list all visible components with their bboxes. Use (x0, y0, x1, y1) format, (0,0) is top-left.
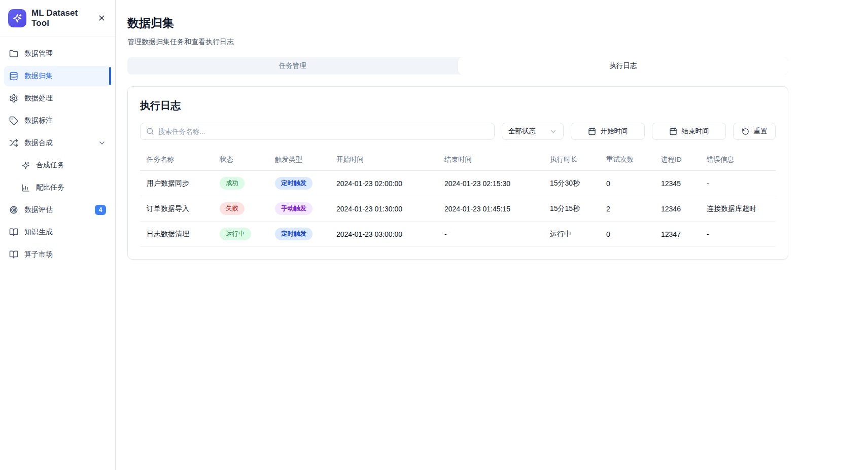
shuffle-icon (9, 138, 18, 148)
reset-label: 重置 (754, 127, 768, 136)
trigger-badge: 定时触发 (275, 177, 313, 189)
execution-logs-panel: 执行日志 全部状态 开始时间 (127, 86, 788, 260)
sidebar-item-label: 数据管理 (24, 49, 106, 58)
close-sidebar-button[interactable] (96, 13, 107, 23)
filter-row: 全部状态 开始时间 结束时间 重置 (140, 123, 776, 140)
sidebar-header: ML Dataset Tool (0, 0, 115, 37)
sidebar-item-operator-market[interactable]: 算子市场 (4, 244, 111, 265)
search-box (140, 123, 495, 140)
calendar-icon (588, 127, 596, 135)
app-logo (8, 9, 26, 27)
page-title: 数据归集 (127, 15, 788, 31)
chevron-down-icon (98, 139, 106, 147)
sidebar-item-label: 数据评估 (24, 205, 89, 214)
sidebar-item-ratio-tasks[interactable]: 配比任务 (4, 177, 111, 198)
book-icon (9, 228, 18, 237)
reset-button[interactable]: 重置 (733, 123, 776, 140)
cell-end-time: 2024-01-23 02:15:30 (438, 171, 543, 196)
sparkles-icon (12, 13, 22, 23)
trigger-badge: 手动触发 (275, 202, 313, 214)
cell-retries: 0 (600, 171, 654, 196)
cell-pid: 12347 (654, 222, 700, 247)
sidebar-nav: 数据管理 数据归集 数据处理 数据标注 数据合成 合成任务 (0, 37, 115, 272)
cell-start-time: 2024-01-23 02:00:00 (330, 171, 438, 196)
sidebar-item-label: 数据标注 (24, 116, 106, 125)
cell-start-time: 2024-01-23 01:30:00 (330, 196, 438, 222)
calendar-icon (669, 127, 677, 135)
start-time-label: 开始时间 (601, 127, 628, 136)
sidebar-item-data-processing[interactable]: 数据处理 (4, 88, 111, 109)
page-subtitle: 管理数据归集任务和查看执行日志 (127, 38, 788, 47)
cell-start-time: 2024-01-23 03:00:00 (330, 222, 438, 247)
table-row: 用户数据同步 成功 定时触发 2024-01-23 02:00:00 2024-… (140, 171, 776, 196)
col-duration: 执行时长 (543, 149, 600, 171)
tag-icon (9, 116, 18, 125)
cell-pid: 12346 (654, 196, 700, 222)
cell-task-name: 日志数据清理 (140, 222, 213, 247)
table-row: 日志数据清理 运行中 定时触发 2024-01-23 03:00:00 - 运行… (140, 222, 776, 247)
status-badge: 运行中 (220, 228, 251, 240)
tab-execution-logs[interactable]: 执行日志 (458, 57, 789, 75)
search-icon (146, 127, 154, 135)
cell-end-time: 2024-01-23 01:45:15 (438, 196, 543, 222)
app-window: ML Dataset Tool 数据管理 数据归集 数据处理 数据标注 (0, 0, 868, 470)
sidebar-item-knowledge-generation[interactable]: 知识生成 (4, 222, 111, 242)
cell-retries: 0 (600, 222, 654, 247)
start-time-button[interactable]: 开始时间 (571, 123, 645, 140)
folder-icon (9, 49, 18, 58)
database-icon (9, 71, 18, 81)
status-filter-select[interactable]: 全部状态 (502, 123, 564, 140)
cell-error: 连接数据库超时 (700, 196, 776, 222)
reset-icon (742, 128, 749, 135)
close-icon (97, 14, 106, 22)
sidebar-item-label: 合成任务 (36, 161, 106, 170)
sidebar-item-data-collection[interactable]: 数据归集 (4, 66, 111, 86)
cell-duration: 15分15秒 (543, 196, 600, 222)
cell-duration: 运行中 (543, 222, 600, 247)
sidebar-item-data-management[interactable]: 数据管理 (4, 44, 111, 64)
sidebar-item-data-synthesis[interactable]: 数据合成 (4, 133, 111, 153)
search-input[interactable] (158, 128, 489, 135)
col-pid: 进程ID (654, 149, 700, 171)
end-time-button[interactable]: 结束时间 (652, 123, 726, 140)
bar-chart-icon (21, 184, 30, 192)
sidebar: ML Dataset Tool 数据管理 数据归集 数据处理 数据标注 (0, 0, 116, 470)
end-time-label: 结束时间 (682, 127, 709, 136)
cell-task-name: 用户数据同步 (140, 171, 213, 196)
cell-end-time: - (438, 222, 543, 247)
cell-error: - (700, 171, 776, 196)
tabbar: 任务管理 执行日志 (127, 57, 788, 75)
sidebar-item-data-evaluation[interactable]: 数据评估 4 (4, 200, 111, 220)
sidebar-item-label: 数据处理 (24, 94, 106, 103)
cell-error: - (700, 222, 776, 247)
evaluation-count-badge: 4 (95, 205, 106, 215)
col-task-name: 任务名称 (140, 149, 213, 171)
col-end-time: 结束时间 (438, 149, 543, 171)
sidebar-item-label: 算子市场 (24, 250, 106, 259)
table-header-row: 任务名称 状态 触发类型 开始时间 结束时间 执行时长 重试次数 进程ID 错误… (140, 149, 776, 171)
trigger-badge: 定时触发 (275, 228, 313, 240)
execution-log-table: 任务名称 状态 触发类型 开始时间 结束时间 执行时长 重试次数 进程ID 错误… (140, 149, 776, 247)
col-start-time: 开始时间 (330, 149, 438, 171)
sidebar-item-label: 数据合成 (24, 138, 92, 148)
chevron-down-icon (549, 128, 557, 135)
cell-task-name: 订单数据导入 (140, 196, 213, 222)
sidebar-item-label: 配比任务 (36, 183, 106, 192)
table-row: 订单数据导入 失败 手动触发 2024-01-23 01:30:00 2024-… (140, 196, 776, 222)
sidebar-item-synthesis-tasks[interactable]: 合成任务 (4, 155, 111, 175)
status-badge: 失败 (220, 202, 245, 214)
cell-pid: 12345 (654, 171, 700, 196)
main-content: 数据归集 管理数据归集任务和查看执行日志 任务管理 执行日志 执行日志 全部状态 (116, 0, 868, 470)
sidebar-item-label: 数据归集 (24, 71, 106, 81)
target-icon (9, 205, 18, 214)
book-icon (9, 250, 18, 259)
col-error: 错误信息 (700, 149, 776, 171)
cell-duration: 15分30秒 (543, 171, 600, 196)
gear-icon (9, 94, 18, 103)
sidebar-item-data-labeling[interactable]: 数据标注 (4, 111, 111, 131)
col-status: 状态 (213, 149, 268, 171)
tab-task-management[interactable]: 任务管理 (127, 57, 458, 75)
status-badge: 成功 (220, 177, 245, 189)
app-title: ML Dataset Tool (31, 8, 91, 28)
status-filter-value: 全部状态 (508, 127, 536, 136)
